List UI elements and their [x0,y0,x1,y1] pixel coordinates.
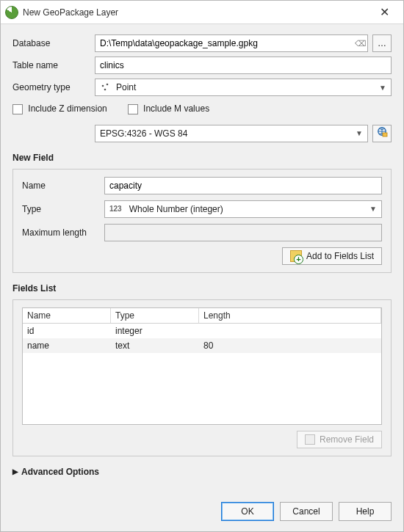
add-field-row: Add to Fields List [22,247,382,265]
geometry-type-row: Geometry type Point ▼ [12,79,392,96]
svg-point-2 [104,89,107,91]
cancel-label: Cancel [292,506,320,517]
field-name-row: Name [22,177,382,194]
chevron-down-icon: ▼ [369,205,377,213]
advanced-options-label: Advanced Options [21,467,99,477]
window-title: New GeoPackage Layer [23,7,365,18]
include-m-label: Include M values [143,103,209,114]
dialog-footer: OK Cancel Help [1,495,403,531]
ok-label: OK [241,506,253,517]
fields-list-title: Fields List [12,283,392,294]
remove-field-icon [305,434,315,445]
cell-length: 80 [199,338,381,353]
include-z-label: Include Z dimension [28,103,107,114]
geometry-type-value: Point [116,82,136,92]
crs-value: EPSG:4326 - WGS 84 [100,128,187,139]
app-icon [5,6,18,19]
fields-table-body: id integer name text 80 [23,324,381,353]
remove-field-row: Remove Field [22,431,382,448]
crs-row: EPSG:4326 - WGS 84 ▼ [95,125,392,142]
table-row[interactable]: id integer [23,324,381,338]
include-m-checkbox[interactable] [128,104,138,114]
fields-list-group: Name Type Length id integer name text 80 [12,299,392,456]
table-name-row: Table name [12,57,392,74]
cell-name: id [23,324,111,338]
chevron-down-icon: ▼ [379,84,386,92]
fields-table[interactable]: Name Type Length id integer name text 80 [22,307,382,425]
titlebar: New GeoPackage Layer ✕ [1,1,403,24]
crs-combo[interactable]: EPSG:4326 - WGS 84 ▼ [95,125,368,142]
database-input[interactable] [95,35,354,51]
cell-length [199,324,381,338]
database-input-wrap: ⌫ [95,34,368,52]
add-to-fields-label: Add to Fields List [306,251,374,261]
svg-point-0 [102,85,104,87]
ok-button[interactable]: OK [221,502,274,521]
cell-name: name [23,338,111,353]
number-icon: 123 [109,205,122,213]
ellipsis-icon: … [378,38,386,48]
remove-field-button: Remove Field [297,431,382,448]
help-button[interactable]: Help [339,502,392,521]
triangle-right-icon: ▶ [12,467,18,475]
include-m-option[interactable]: Include M values [128,103,209,114]
table-row[interactable]: name text 80 [23,338,381,353]
field-type-combo[interactable]: 123 Whole Number (integer) ▼ [104,200,382,218]
add-to-fields-button[interactable]: Add to Fields List [282,247,382,265]
remove-field-label: Remove Field [320,434,374,445]
svg-point-1 [107,84,109,86]
dialog-content: Database ⌫ … Table name Geometry type Po… [1,24,403,495]
col-type-header[interactable]: Type [111,308,199,323]
svg-rect-4 [383,133,387,136]
fields-table-header: Name Type Length [23,308,381,324]
field-type-row: Type 123 Whole Number (integer) ▼ [22,200,382,218]
geometry-type-label: Geometry type [12,82,90,92]
field-type-label: Type [22,204,100,214]
database-label: Database [12,38,90,48]
max-length-input [104,224,382,241]
globe-icon [376,126,388,140]
new-field-group: Name Type 123 Whole Number (integer) ▼ M… [12,169,392,273]
cell-type: text [111,338,199,353]
browse-button[interactable]: … [372,34,392,52]
field-name-label: Name [22,181,100,191]
chevron-down-icon: ▼ [356,129,363,137]
database-row: Database ⌫ … [12,34,392,52]
max-length-label: Maximum length [22,227,100,238]
new-field-title: New Field [12,153,392,163]
add-field-icon [290,250,302,262]
advanced-options-toggle[interactable]: ▶ Advanced Options [12,467,392,477]
field-type-value: Whole Number (integer) [129,204,223,214]
clear-icon[interactable]: ⌫ [354,39,367,48]
help-label: Help [356,506,375,517]
crs-selector-button[interactable] [372,125,392,142]
include-z-option[interactable]: Include Z dimension [12,103,107,114]
dialog-window: New GeoPackage Layer ✕ Database ⌫ … Tabl… [0,0,404,532]
cancel-button[interactable]: Cancel [280,502,333,521]
close-icon[interactable]: ✕ [369,5,399,19]
table-name-label: Table name [12,60,90,70]
table-name-input[interactable] [95,57,392,74]
field-name-input[interactable] [104,177,382,194]
geometry-type-combo[interactable]: Point ▼ [95,79,392,96]
zm-options: Include Z dimension Include M values [12,103,392,114]
point-icon [100,81,112,93]
col-length-header[interactable]: Length [199,308,381,323]
include-z-checkbox[interactable] [12,104,23,114]
col-name-header[interactable]: Name [23,308,111,323]
cell-type: integer [111,324,199,338]
max-length-row: Maximum length [22,224,382,241]
